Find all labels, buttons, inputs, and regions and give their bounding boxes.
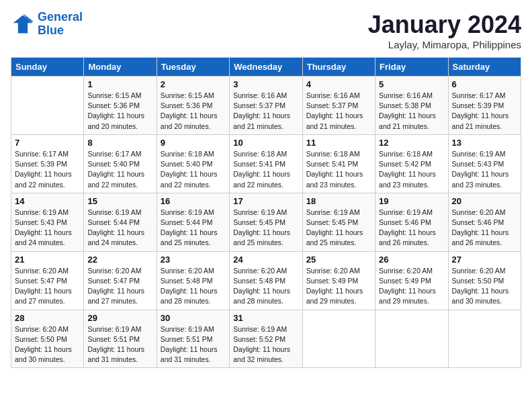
day-info: Sunrise: 6:20 AMSunset: 5:50 PMDaylight:… xyxy=(452,266,517,307)
calendar-day-cell: 17Sunrise: 6:19 AMSunset: 5:45 PMDayligh… xyxy=(230,193,302,251)
day-number: 24 xyxy=(233,255,298,265)
day-number: 18 xyxy=(306,196,371,206)
calendar-day-cell: 22Sunrise: 6:20 AMSunset: 5:47 PMDayligh… xyxy=(84,251,157,310)
day-number: 28 xyxy=(15,313,80,323)
calendar-day-cell: 5Sunrise: 6:16 AMSunset: 5:38 PMDaylight… xyxy=(375,77,448,135)
logo-line1: General xyxy=(38,10,83,24)
day-info: Sunrise: 6:19 AMSunset: 5:52 PMDaylight:… xyxy=(233,324,298,365)
day-number: 30 xyxy=(161,313,226,323)
calendar-day-cell: 7Sunrise: 6:17 AMSunset: 5:39 PMDaylight… xyxy=(11,134,84,193)
day-info: Sunrise: 6:19 AMSunset: 5:43 PMDaylight:… xyxy=(452,149,517,190)
header: General Blue January 2024 Laylay, Mimaro… xyxy=(11,11,521,50)
day-number: 20 xyxy=(452,196,517,206)
day-info: Sunrise: 6:15 AMSunset: 5:36 PMDaylight:… xyxy=(161,91,226,132)
day-info: Sunrise: 6:19 AMSunset: 5:46 PMDaylight:… xyxy=(379,208,444,248)
day-number: 16 xyxy=(161,196,226,206)
calendar-day-cell: 8Sunrise: 6:17 AMSunset: 5:40 PMDaylight… xyxy=(84,134,157,193)
calendar-day-cell: 25Sunrise: 6:20 AMSunset: 5:49 PMDayligh… xyxy=(302,251,375,310)
day-info: Sunrise: 6:19 AMSunset: 5:45 PMDaylight:… xyxy=(306,208,371,248)
day-number: 17 xyxy=(233,196,298,206)
day-info: Sunrise: 6:16 AMSunset: 5:37 PMDaylight:… xyxy=(306,91,371,132)
day-number: 6 xyxy=(452,79,517,89)
calendar-week-row: 21Sunrise: 6:20 AMSunset: 5:47 PMDayligh… xyxy=(11,251,521,310)
day-info: Sunrise: 6:17 AMSunset: 5:39 PMDaylight:… xyxy=(452,91,517,132)
day-info: Sunrise: 6:19 AMSunset: 5:44 PMDaylight:… xyxy=(161,208,226,248)
day-info: Sunrise: 6:20 AMSunset: 5:50 PMDaylight:… xyxy=(15,324,80,365)
calendar-week-row: 14Sunrise: 6:19 AMSunset: 5:43 PMDayligh… xyxy=(11,193,521,251)
day-info: Sunrise: 6:18 AMSunset: 5:42 PMDaylight:… xyxy=(379,149,444,190)
calendar-day-cell: 16Sunrise: 6:19 AMSunset: 5:44 PMDayligh… xyxy=(157,193,229,251)
day-number: 27 xyxy=(452,255,517,265)
calendar-title: January 2024 xyxy=(368,11,521,39)
calendar-day-cell: 11Sunrise: 6:18 AMSunset: 5:41 PMDayligh… xyxy=(302,134,375,193)
day-number: 26 xyxy=(379,255,444,265)
day-info: Sunrise: 6:17 AMSunset: 5:40 PMDaylight:… xyxy=(87,149,152,190)
day-number: 12 xyxy=(379,138,444,148)
calendar-day-cell: 19Sunrise: 6:19 AMSunset: 5:46 PMDayligh… xyxy=(375,193,448,251)
day-number: 19 xyxy=(379,196,444,206)
calendar-day-cell: 28Sunrise: 6:20 AMSunset: 5:50 PMDayligh… xyxy=(11,310,84,368)
day-info: Sunrise: 6:16 AMSunset: 5:38 PMDaylight:… xyxy=(379,91,444,132)
calendar-header-row: SundayMondayTuesdayWednesdayThursdayFrid… xyxy=(11,58,521,77)
day-number: 13 xyxy=(452,138,517,148)
day-info: Sunrise: 6:17 AMSunset: 5:39 PMDaylight:… xyxy=(15,149,80,190)
calendar-header-cell: Friday xyxy=(375,58,448,77)
day-number: 14 xyxy=(15,196,80,206)
calendar-header-cell: Wednesday xyxy=(230,58,302,77)
day-number: 29 xyxy=(87,313,152,323)
calendar-subtitle: Laylay, Mimaropa, Philippines xyxy=(368,39,521,50)
calendar-day-cell: 14Sunrise: 6:19 AMSunset: 5:43 PMDayligh… xyxy=(11,193,84,251)
calendar-day-cell: 18Sunrise: 6:19 AMSunset: 5:45 PMDayligh… xyxy=(302,193,375,251)
day-info: Sunrise: 6:20 AMSunset: 5:49 PMDaylight:… xyxy=(379,266,444,307)
day-number: 9 xyxy=(161,138,226,148)
day-number: 21 xyxy=(15,255,80,265)
calendar-header-cell: Tuesday xyxy=(157,58,229,77)
calendar-day-cell: 15Sunrise: 6:19 AMSunset: 5:44 PMDayligh… xyxy=(84,193,157,251)
calendar-header-cell: Sunday xyxy=(11,58,84,77)
day-info: Sunrise: 6:16 AMSunset: 5:37 PMDaylight:… xyxy=(233,91,298,132)
calendar-day-cell: 24Sunrise: 6:20 AMSunset: 5:48 PMDayligh… xyxy=(230,251,302,310)
calendar-day-cell: 10Sunrise: 6:18 AMSunset: 5:41 PMDayligh… xyxy=(230,134,302,193)
logo-text: General Blue xyxy=(38,11,83,38)
calendar-day-cell: 21Sunrise: 6:20 AMSunset: 5:47 PMDayligh… xyxy=(11,251,84,310)
logo-icon xyxy=(11,12,35,36)
calendar-day-cell: 9Sunrise: 6:18 AMSunset: 5:40 PMDaylight… xyxy=(157,134,229,193)
calendar-week-row: 28Sunrise: 6:20 AMSunset: 5:50 PMDayligh… xyxy=(11,310,521,368)
day-info: Sunrise: 6:18 AMSunset: 5:41 PMDaylight:… xyxy=(233,149,298,190)
calendar-day-cell: 20Sunrise: 6:20 AMSunset: 5:46 PMDayligh… xyxy=(448,193,521,251)
calendar-day-cell: 12Sunrise: 6:18 AMSunset: 5:42 PMDayligh… xyxy=(375,134,448,193)
day-info: Sunrise: 6:19 AMSunset: 5:51 PMDaylight:… xyxy=(87,324,152,365)
svg-marker-0 xyxy=(13,15,33,33)
day-info: Sunrise: 6:20 AMSunset: 5:49 PMDaylight:… xyxy=(306,266,371,307)
day-info: Sunrise: 6:19 AMSunset: 5:43 PMDaylight:… xyxy=(15,208,80,248)
day-info: Sunrise: 6:20 AMSunset: 5:48 PMDaylight:… xyxy=(233,266,298,307)
day-info: Sunrise: 6:20 AMSunset: 5:47 PMDaylight:… xyxy=(15,266,80,307)
day-number: 3 xyxy=(233,79,298,89)
day-info: Sunrise: 6:20 AMSunset: 5:48 PMDaylight:… xyxy=(161,266,226,307)
day-number: 11 xyxy=(306,138,371,148)
title-area: January 2024 Laylay, Mimaropa, Philippin… xyxy=(368,11,521,50)
day-number: 2 xyxy=(161,79,226,89)
calendar-day-cell: 6Sunrise: 6:17 AMSunset: 5:39 PMDaylight… xyxy=(448,77,521,135)
calendar-week-row: 7Sunrise: 6:17 AMSunset: 5:39 PMDaylight… xyxy=(11,134,521,193)
calendar-day-cell: 2Sunrise: 6:15 AMSunset: 5:36 PMDaylight… xyxy=(157,77,229,135)
calendar-day-cell xyxy=(302,310,375,368)
calendar-day-cell: 30Sunrise: 6:19 AMSunset: 5:51 PMDayligh… xyxy=(157,310,229,368)
calendar-header-cell: Thursday xyxy=(302,58,375,77)
day-number: 7 xyxy=(15,138,80,148)
logo: General Blue xyxy=(11,11,83,38)
day-info: Sunrise: 6:20 AMSunset: 5:47 PMDaylight:… xyxy=(87,266,152,307)
day-info: Sunrise: 6:19 AMSunset: 5:45 PMDaylight:… xyxy=(233,208,298,248)
calendar-day-cell: 23Sunrise: 6:20 AMSunset: 5:48 PMDayligh… xyxy=(157,251,229,310)
day-number: 25 xyxy=(306,255,371,265)
calendar-day-cell: 31Sunrise: 6:19 AMSunset: 5:52 PMDayligh… xyxy=(230,310,302,368)
day-number: 8 xyxy=(87,138,152,148)
calendar-header-cell: Monday xyxy=(84,58,157,77)
calendar-day-cell xyxy=(375,310,448,368)
day-number: 31 xyxy=(233,313,298,323)
day-number: 5 xyxy=(379,79,444,89)
day-info: Sunrise: 6:18 AMSunset: 5:41 PMDaylight:… xyxy=(306,149,371,190)
calendar-day-cell: 29Sunrise: 6:19 AMSunset: 5:51 PMDayligh… xyxy=(84,310,157,368)
day-info: Sunrise: 6:18 AMSunset: 5:40 PMDaylight:… xyxy=(161,149,226,190)
day-number: 1 xyxy=(87,79,152,89)
